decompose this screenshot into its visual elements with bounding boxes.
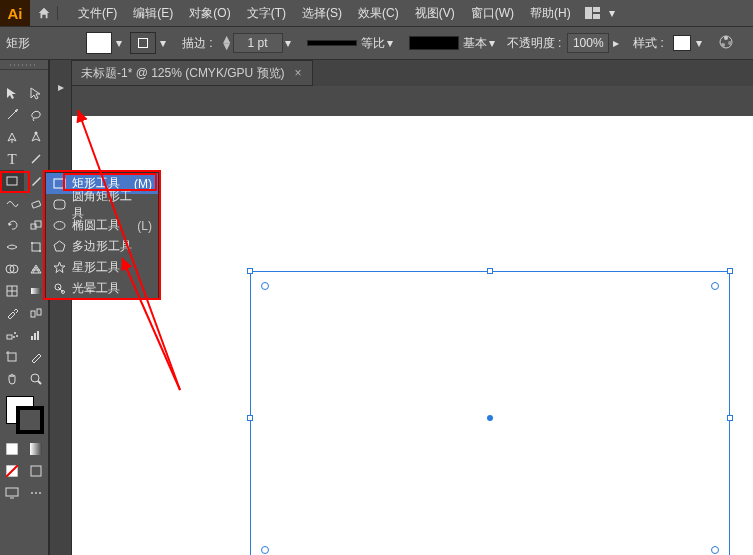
- resize-handle[interactable]: [727, 415, 733, 421]
- none-mode[interactable]: [0, 460, 24, 482]
- stepper-icon[interactable]: ▲▼: [221, 36, 233, 50]
- hand-tool[interactable]: [0, 368, 24, 390]
- recolor-icon[interactable]: [718, 34, 734, 53]
- symbol-sprayer-tool[interactable]: [0, 324, 24, 346]
- svg-rect-37: [6, 443, 18, 455]
- resize-handle[interactable]: [247, 268, 253, 274]
- flyout-shortcut: (M): [134, 177, 158, 191]
- chevron-right-icon[interactable]: ▸: [613, 36, 619, 50]
- panel-expand-icon[interactable]: ▸: [50, 74, 71, 100]
- shape-builder-tool[interactable]: [0, 258, 24, 280]
- graphic-style-swatch[interactable]: [673, 35, 691, 51]
- rectangle-tool[interactable]: [0, 170, 24, 192]
- canvas[interactable]: [72, 86, 753, 555]
- document-tab[interactable]: 未标题-1* @ 125% (CMYK/GPU 预览) ×: [70, 60, 313, 86]
- menu-effect[interactable]: 效果(C): [350, 0, 407, 26]
- brush-preview[interactable]: [409, 36, 459, 50]
- gradient-mode[interactable]: [24, 438, 48, 460]
- chevron-down-icon[interactable]: ▾: [114, 36, 124, 50]
- corner-widget[interactable]: [711, 546, 719, 554]
- flyout-label: 星形工具: [68, 259, 134, 276]
- menu-edit[interactable]: 编辑(E): [125, 0, 181, 26]
- resize-handle[interactable]: [487, 268, 493, 274]
- chevron-down-icon[interactable]: ▾: [385, 36, 395, 50]
- menu-window[interactable]: 窗口(W): [463, 0, 522, 26]
- mesh-tool[interactable]: [0, 280, 24, 302]
- stroke-width-field[interactable]: 1 pt: [233, 33, 283, 53]
- svg-point-26: [14, 332, 16, 334]
- shaper-tool[interactable]: [0, 192, 24, 214]
- flyout-polygon-tool[interactable]: 多边形工具: [46, 236, 158, 257]
- rotate-tool[interactable]: [0, 214, 24, 236]
- chevron-down-icon[interactable]: ▾: [694, 36, 704, 50]
- svg-rect-41: [31, 466, 41, 476]
- svg-rect-0: [585, 7, 592, 19]
- zoom-tool[interactable]: [24, 368, 48, 390]
- corner-widget[interactable]: [711, 282, 719, 290]
- curvature-tool[interactable]: [24, 126, 48, 148]
- basic-label: 基本: [463, 35, 487, 52]
- blend-tool[interactable]: [24, 302, 48, 324]
- resize-handle[interactable]: [727, 268, 733, 274]
- type-tool[interactable]: T: [0, 148, 24, 170]
- menu-object[interactable]: 对象(O): [181, 0, 238, 26]
- svg-rect-22: [31, 288, 41, 294]
- menu-file[interactable]: 文件(F): [70, 0, 125, 26]
- magic-wand-tool[interactable]: [0, 104, 24, 126]
- flyout-rounded-rectangle-tool[interactable]: 圆角矩形工具: [46, 194, 158, 215]
- stroke-swatch[interactable]: [130, 32, 156, 54]
- edit-toolbar[interactable]: ⋯: [24, 482, 48, 504]
- panel-grip[interactable]: [0, 60, 48, 70]
- slice-tool[interactable]: [24, 346, 48, 368]
- screen-mode[interactable]: [0, 482, 24, 504]
- fill-swatch[interactable]: [86, 32, 112, 54]
- rectangle-icon: [50, 178, 68, 189]
- direct-selection-tool[interactable]: [24, 82, 48, 104]
- home-button[interactable]: [30, 6, 58, 20]
- draw-mode[interactable]: [24, 460, 48, 482]
- menu-select[interactable]: 选择(S): [294, 0, 350, 26]
- flyout-ellipse-tool[interactable]: 椭圆工具 (L): [46, 215, 158, 236]
- opacity-field[interactable]: 100%: [567, 33, 609, 53]
- chevron-down-icon[interactable]: ▾: [607, 6, 617, 20]
- fill-stroke-proxies[interactable]: [0, 394, 48, 436]
- column-graph-tool[interactable]: [24, 324, 48, 346]
- stroke-profile-preview[interactable]: [307, 40, 357, 46]
- artboard[interactable]: [72, 116, 753, 555]
- close-icon[interactable]: ×: [295, 66, 302, 80]
- selection-tool[interactable]: [0, 82, 24, 104]
- svg-rect-2: [593, 14, 600, 19]
- artboard-tool[interactable]: [0, 346, 24, 368]
- corner-widget[interactable]: [261, 282, 269, 290]
- svg-rect-45: [54, 200, 65, 209]
- svg-point-28: [13, 336, 15, 338]
- chevron-down-icon[interactable]: ▾: [283, 36, 293, 50]
- svg-rect-39: [6, 465, 18, 477]
- menu-type[interactable]: 文字(T): [239, 0, 294, 26]
- color-mode[interactable]: [0, 438, 24, 460]
- eyedropper-tool[interactable]: [0, 302, 24, 324]
- line-tool[interactable]: [24, 148, 48, 170]
- flyout-flare-tool[interactable]: 光晕工具: [46, 278, 158, 299]
- corner-widget[interactable]: [261, 546, 269, 554]
- arrange-docs-icon[interactable]: [579, 7, 607, 19]
- chevron-down-icon[interactable]: ▾: [158, 36, 168, 50]
- width-tool[interactable]: [0, 236, 24, 258]
- svg-line-40: [6, 465, 18, 477]
- lasso-tool[interactable]: [24, 104, 48, 126]
- svg-line-36: [38, 381, 41, 384]
- menu-help[interactable]: 帮助(H): [522, 0, 579, 26]
- svg-rect-44: [54, 179, 65, 188]
- svg-rect-29: [31, 336, 33, 340]
- svg-point-4: [724, 36, 728, 40]
- selected-rectangle[interactable]: [250, 271, 730, 555]
- app-logo[interactable]: Ai: [0, 0, 30, 26]
- flyout-star-tool[interactable]: 星形工具: [46, 257, 158, 278]
- menu-view[interactable]: 视图(V): [407, 0, 463, 26]
- resize-handle[interactable]: [247, 415, 253, 421]
- svg-point-35: [31, 374, 39, 382]
- pen-tool[interactable]: [0, 126, 24, 148]
- chevron-down-icon[interactable]: ▾: [487, 36, 497, 50]
- stroke-proxy[interactable]: [16, 406, 44, 434]
- tool-panel: T: [0, 60, 50, 555]
